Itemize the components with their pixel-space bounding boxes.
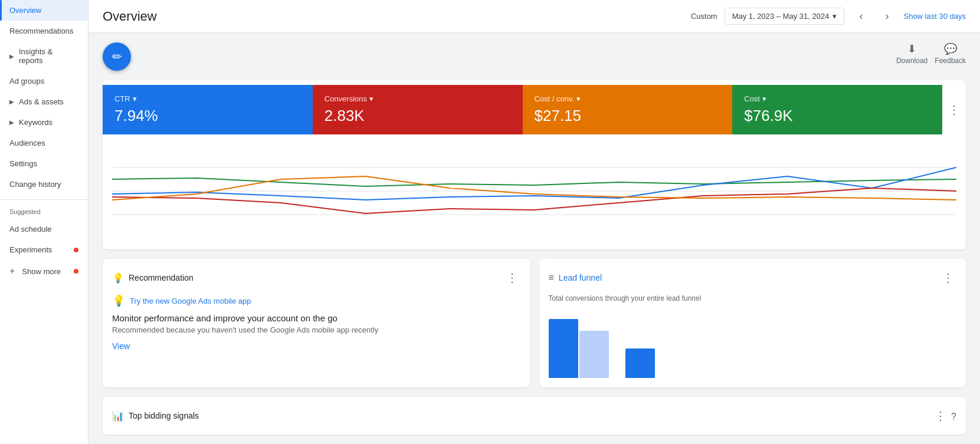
top-action-row: ✏ ⬇ Download 💬 Feedback bbox=[103, 42, 966, 71]
chevron-down-icon: ▾ bbox=[832, 12, 837, 21]
sidebar-item-label: Experiments bbox=[9, 245, 52, 254]
sidebar-item-ads-assets[interactable]: ▶ Ads & assets bbox=[0, 91, 88, 112]
sidebar-item-label: Change history bbox=[9, 180, 61, 189]
metric-tile-conversions[interactable]: Conversions ▾ 2.83K bbox=[313, 85, 523, 134]
recommendation-card-title: Recommendation bbox=[129, 273, 194, 282]
header-controls: Custom May 1, 2023 – May 31, 2024 ▾ ‹ › … bbox=[691, 7, 966, 26]
sidebar-divider bbox=[0, 199, 88, 200]
chevron-right-icon: ▶ bbox=[9, 53, 14, 60]
sidebar-item-experiments[interactable]: Experiments bbox=[0, 239, 88, 260]
metric-label-cost: Cost ▾ bbox=[744, 94, 930, 103]
metric-more-options: ⋮ bbox=[942, 85, 966, 134]
bottom-cards-row: 💡 Recommendation ⋮ 💡 Try the new Google … bbox=[103, 259, 966, 387]
sidebar-item-change-history[interactable]: Change history bbox=[0, 174, 88, 195]
sidebar-item-label: Ads & assets bbox=[19, 97, 64, 106]
sidebar-item-label: Ad schedule bbox=[9, 225, 52, 233]
sidebar-item-settings[interactable]: Settings bbox=[0, 153, 88, 174]
notification-dot bbox=[74, 248, 78, 252]
signals-actions: ⋮ ? bbox=[932, 406, 956, 425]
sidebar-item-ad-schedule[interactable]: Ad schedule bbox=[0, 219, 88, 239]
funnel-bar-group-2 bbox=[625, 348, 655, 378]
download-label: Download bbox=[896, 57, 927, 65]
sidebar-item-audiences[interactable]: Audiences bbox=[0, 133, 88, 153]
feedback-icon: 💬 bbox=[944, 42, 957, 55]
lead-funnel-more-button[interactable]: ⋮ bbox=[940, 268, 956, 287]
more-options-button[interactable]: ⋮ bbox=[946, 100, 962, 119]
top-bidding-signals-title: Top bidding signals bbox=[129, 411, 199, 420]
sidebar-item-show-more[interactable]: + Show more bbox=[0, 260, 88, 282]
metric-label-cost-conv: Cost / conv. ▾ bbox=[535, 94, 721, 103]
next-period-button[interactable]: › bbox=[877, 7, 896, 26]
sidebar-item-label: Ad groups bbox=[9, 77, 44, 85]
metric-tile-cost[interactable]: Cost ▾ $76.9K bbox=[732, 85, 942, 134]
sidebar-item-label: Recommendations bbox=[9, 27, 73, 35]
chevron-left-icon: ‹ bbox=[859, 10, 863, 22]
bidding-signals-more-button[interactable]: ⋮ bbox=[932, 406, 949, 425]
funnel-bar-chart bbox=[549, 307, 957, 378]
lead-funnel-title[interactable]: Lead funnel bbox=[559, 273, 602, 282]
funnel-bar-medium bbox=[579, 331, 609, 378]
funnel-bar-tall bbox=[549, 319, 578, 378]
stats-chart-card: CTR ▾ 7.94% Conversions ▾ 2.83K Cost / c… bbox=[103, 80, 966, 249]
show-last-30-button[interactable]: Show last 30 days bbox=[903, 12, 966, 21]
bidding-signals-help-button[interactable]: ? bbox=[951, 412, 956, 422]
chevron-right-icon: › bbox=[885, 10, 889, 22]
conv-line bbox=[112, 188, 956, 213]
metric-value-conversions: 2.83K bbox=[325, 107, 511, 125]
recommendation-body-title: Monitor performance and improve your acc… bbox=[112, 313, 520, 323]
performance-chart bbox=[103, 134, 966, 249]
download-button[interactable]: ⬇ Download bbox=[896, 42, 927, 65]
date-range-picker[interactable]: May 1, 2023 – May 31, 2024 ▾ bbox=[725, 8, 845, 25]
sidebar-item-ad-groups[interactable]: Ad groups bbox=[0, 71, 88, 91]
sidebar: Overview Recommendations ▶ Insights & re… bbox=[0, 0, 89, 444]
recommendation-sub-row: 💡 Try the new Google Ads mobile app bbox=[112, 294, 520, 307]
date-label: Custom bbox=[691, 12, 717, 21]
chart-svg bbox=[112, 144, 956, 238]
edit-fab[interactable]: ✏ bbox=[103, 42, 131, 71]
sidebar-item-label: Keywords bbox=[19, 118, 53, 127]
chevron-right-icon: ▶ bbox=[9, 119, 14, 126]
recommendation-body-desc: Recommended because you haven't used the… bbox=[112, 325, 520, 334]
funnel-bar-group-1 bbox=[549, 319, 609, 378]
sidebar-item-label: Overview bbox=[9, 6, 41, 15]
recommendation-view-link[interactable]: View bbox=[112, 341, 130, 351]
ctr-line bbox=[112, 167, 956, 200]
sidebar-item-insights-reports[interactable]: ▶ Insights & reports bbox=[0, 41, 88, 71]
feedback-label: Feedback bbox=[935, 57, 966, 65]
recommendation-title-row: 💡 Recommendation bbox=[112, 272, 194, 284]
page-title: Overview bbox=[103, 9, 157, 24]
bar-chart-icon: 📊 bbox=[112, 410, 124, 422]
page-header: Overview Custom May 1, 2023 – May 31, 20… bbox=[89, 0, 980, 33]
recommendation-sub-title: Try the new Google Ads mobile app bbox=[130, 297, 251, 305]
sidebar-item-label: Settings bbox=[9, 159, 37, 168]
sidebar-item-keywords[interactable]: ▶ Keywords bbox=[0, 112, 88, 133]
top-bidding-signals-card: 📊 Top bidding signals ⋮ ? bbox=[103, 397, 966, 435]
funnel-bar-short bbox=[625, 348, 655, 378]
sidebar-item-label: Insights & reports bbox=[19, 47, 78, 65]
chevron-down-icon: ▾ bbox=[576, 94, 581, 103]
metric-label-ctr: CTR ▾ bbox=[114, 94, 301, 103]
funnel-icon: ≡ bbox=[549, 272, 554, 283]
recommendation-more-button[interactable]: ⋮ bbox=[504, 268, 520, 287]
metric-label-conversions: Conversions ▾ bbox=[325, 94, 511, 103]
notification-dot bbox=[74, 269, 78, 274]
chevron-down-icon: ▾ bbox=[762, 94, 766, 103]
chevron-down-icon: ▾ bbox=[133, 94, 137, 103]
plus-icon: + bbox=[9, 266, 15, 277]
date-range-value: May 1, 2023 – May 31, 2024 bbox=[732, 12, 830, 21]
mobile-lightbulb-icon: 💡 bbox=[112, 294, 125, 307]
recommendation-card-header: 💡 Recommendation ⋮ bbox=[112, 268, 520, 287]
lead-funnel-card: ≡ Lead funnel ⋮ Total conversions throug… bbox=[539, 259, 966, 387]
feedback-button[interactable]: 💬 Feedback bbox=[935, 42, 966, 65]
sidebar-item-overview[interactable]: Overview bbox=[0, 0, 88, 21]
lead-funnel-subtitle: Total conversions through your entire le… bbox=[549, 294, 957, 302]
lead-funnel-header: ≡ Lead funnel ⋮ bbox=[549, 268, 957, 287]
pencil-icon: ✏ bbox=[112, 50, 122, 64]
metric-tile-cost-conv[interactable]: Cost / conv. ▾ $27.15 bbox=[523, 85, 733, 134]
metric-value-ctr: 7.94% bbox=[114, 107, 301, 125]
sidebar-item-recommendations[interactable]: Recommendations bbox=[0, 21, 88, 41]
lead-funnel-title-row: ≡ Lead funnel bbox=[549, 272, 602, 283]
metrics-bar: CTR ▾ 7.94% Conversions ▾ 2.83K Cost / c… bbox=[103, 85, 966, 134]
metric-tile-ctr[interactable]: CTR ▾ 7.94% bbox=[103, 85, 313, 134]
prev-period-button[interactable]: ‹ bbox=[851, 7, 870, 26]
